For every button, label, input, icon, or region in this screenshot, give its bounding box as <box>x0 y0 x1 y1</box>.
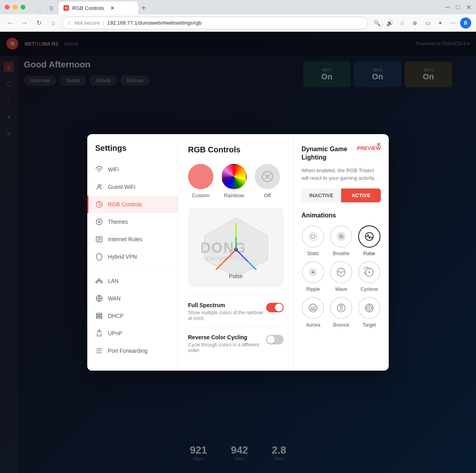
close-icon[interactable]: ✕ <box>466 4 471 11</box>
mode-rainbow[interactable]: Rainbow <box>221 164 247 198</box>
reverse-color-toggle[interactable] <box>266 335 284 344</box>
reverse-color-info: Reverse Color Cycling Cycle through colo… <box>188 334 266 353</box>
settings-title: Settings <box>87 144 178 161</box>
animation-pulse[interactable]: Pulse <box>357 225 381 256</box>
animation-aurora[interactable]: Aurora <box>301 297 325 328</box>
static-circle <box>302 225 324 248</box>
sidebar-label-dhcp: DHCP <box>108 313 124 319</box>
bounce-label: Bounce <box>333 322 349 328</box>
wave-label: Wave <box>335 286 347 292</box>
inactive-button[interactable]: INACTIVE <box>301 188 341 202</box>
settings-modal: Settings WiFi <box>87 134 389 371</box>
modal-close-button[interactable]: ✕ <box>373 139 384 150</box>
active-button[interactable]: ACTIVE <box>341 188 381 202</box>
sidebar-label-rgb: RGB Controls <box>108 201 142 208</box>
sidebar-item-themes[interactable]: Themes <box>87 213 178 231</box>
rgb-preview-area: DONG KNOWS TECH <box>188 208 284 287</box>
window-close-btn[interactable] <box>5 5 10 10</box>
sidebar-item-guest-wifi[interactable]: Guest WiFi <box>87 178 178 196</box>
sidebar-item-internet-rules[interactable]: Internet Rules <box>87 231 178 248</box>
home-button[interactable]: ⌂ <box>48 17 59 29</box>
nav-actions: 🔍 🔊 ☆ ⊕ ▭ ✦ ⋯ B <box>371 17 471 29</box>
split-view-icon[interactable]: ▭ <box>422 17 433 29</box>
security-warning-icon: ⚠ <box>67 20 71 26</box>
vpn-icon <box>95 253 103 261</box>
sidebar-item-hybrid-vpn[interactable]: Hybrid VPN <box>87 248 178 265</box>
dgl-title: Dynamic Game Lighting <box>301 145 357 162</box>
rgb-controls-panel: RGB Controls Custom <box>178 134 294 371</box>
sidebar-item-rgb-controls[interactable]: RGB Controls <box>87 196 178 213</box>
svg-point-32 <box>340 235 342 238</box>
bounce-icon <box>336 302 347 313</box>
window-min-btn[interactable] <box>13 5 17 10</box>
minimize-icon[interactable]: ─ <box>445 4 449 11</box>
modal-container: Settings WiFi <box>87 134 389 371</box>
dgl-description: When enabled, the RGB Trisect will react… <box>301 167 381 182</box>
active-tab[interactable]: N RGB Controls ✕ <box>59 2 138 14</box>
pulse-label: Pulse <box>363 251 375 256</box>
themes-icon <box>95 218 103 226</box>
animations-title: Animations <box>301 212 381 219</box>
search-icon[interactable]: 🔍 <box>371 17 382 29</box>
svg-point-29 <box>311 235 315 238</box>
sidebar-label-lan: LAN <box>108 278 119 284</box>
sidebar-label-guest-wifi: Guest WiFi <box>108 184 135 190</box>
sidebar-item-upnp[interactable]: UPnP <box>87 325 178 342</box>
sidebar-label-internet-rules: Internet Rules <box>108 236 142 242</box>
window-max-btn[interactable] <box>21 5 25 10</box>
svg-point-45 <box>369 307 370 309</box>
tab-close-icon[interactable]: ✕ <box>110 5 115 11</box>
settings-more-icon[interactable]: ⋯ <box>447 17 459 29</box>
animation-target[interactable]: Target <box>357 297 381 328</box>
animation-ripple[interactable]: Ripple <box>301 261 325 292</box>
svg-point-34 <box>312 271 314 273</box>
forward-button[interactable]: → <box>19 17 30 29</box>
collections-icon[interactable]: ⊕ <box>409 17 420 29</box>
animation-cyclone[interactable]: Cyclone <box>357 261 381 292</box>
svg-line-17 <box>212 250 236 270</box>
sidebar-item-wan[interactable]: WAN <box>87 290 178 307</box>
internet-rules-icon <box>95 235 103 243</box>
dgl-toggle-group: INACTIVE ACTIVE <box>301 188 381 202</box>
full-spectrum-info: Full Spectrum Show multiple colors of th… <box>188 302 266 321</box>
add-tab-button[interactable]: + <box>138 2 149 13</box>
mode-custom[interactable]: Custom <box>188 164 213 198</box>
wave-circle <box>330 261 352 283</box>
sidebar-item-port-forwarding[interactable]: Port Forwarding <box>87 342 178 360</box>
mode-off[interactable]: Off <box>255 164 280 198</box>
animation-bounce[interactable]: Bounce <box>330 297 353 328</box>
off-x-icon <box>261 170 274 183</box>
target-icon <box>364 302 375 313</box>
tab-menu-icon: ☰ <box>49 6 54 12</box>
full-spectrum-toggle[interactable] <box>266 303 284 312</box>
cyclone-icon <box>364 267 375 278</box>
browser-extension-icon[interactable]: B <box>460 17 471 29</box>
svg-line-21 <box>248 261 260 270</box>
svg-line-18 <box>236 250 260 270</box>
address-bar[interactable]: ⚠ Not secure | 192.168.77.1/dumaweb/#web… <box>62 17 368 29</box>
cyclone-label: Cyclone <box>361 286 378 292</box>
favorites-icon[interactable]: ☆ <box>397 17 408 29</box>
refresh-button[interactable]: ↻ <box>33 17 44 29</box>
target-circle <box>358 297 380 319</box>
animation-breathe[interactable]: Breathe <box>330 225 353 256</box>
copilot-icon[interactable]: ✦ <box>435 17 446 29</box>
aurora-circle <box>302 297 324 319</box>
back-button[interactable]: ← <box>5 17 16 29</box>
animation-static[interactable]: Static <box>301 225 325 256</box>
restore-icon[interactable]: □ <box>456 4 460 11</box>
pulse-icon <box>364 231 375 242</box>
rainbow-mode-label: Rainbow <box>224 192 244 198</box>
animation-wave[interactable]: Wave <box>330 261 353 292</box>
custom-mode-label: Custom <box>192 192 210 198</box>
dgl-section: Dynamic Game Lighting PREVIEW When enabl… <box>301 145 381 202</box>
ripple-circle <box>302 261 324 283</box>
sidebar-item-dhcp[interactable]: DHCP <box>87 307 178 325</box>
read-aloud-icon[interactable]: 🔊 <box>384 17 395 29</box>
sidebar-item-lan[interactable]: LAN <box>87 272 178 290</box>
sidebar-item-wifi[interactable]: WiFi <box>87 161 178 178</box>
rgb-section-title: RGB Controls <box>188 145 284 154</box>
modal-main: RGB Controls Custom <box>178 134 389 371</box>
browser-content: N NETDUMA R3 Home Powered by DumaOS 4 ▾ … <box>0 32 476 473</box>
full-spectrum-knob <box>275 304 283 311</box>
